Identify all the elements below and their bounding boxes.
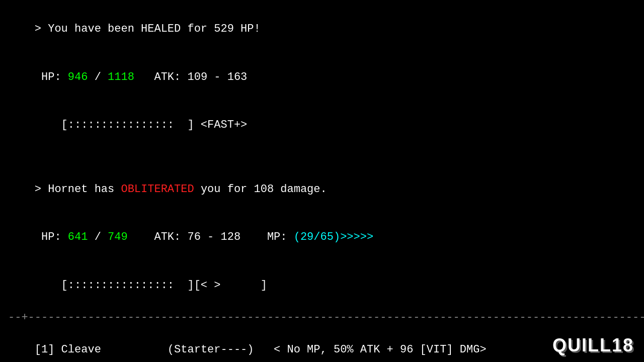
damage-message-line: > Hornet has OBLITERATED you for 108 dam…: [8, 165, 636, 214]
divider-top: --+-------------------------------------…: [8, 310, 636, 326]
hp-current-2: 641: [68, 231, 88, 243]
stats-line-1: HP: 946 / 1118 ATK: 109 - 163: [8, 53, 636, 102]
atk-label-1: ATK: 109 - 163: [134, 71, 247, 83]
prompt-1: >: [35, 23, 41, 35]
heal-message-line: > You have been HEALED for 529 HP!: [8, 5, 636, 53]
hp-bar-2: [:::::::::::::::: ][< > ]: [8, 261, 636, 310]
skill-1-type: (Starter----): [101, 343, 274, 356]
hp-label-2: HP:: [35, 231, 68, 243]
hp-sep-1: /: [88, 71, 108, 83]
skill-1-desc: < No MP, 50% ATK + 96 [VIT] DMG>: [274, 343, 486, 356]
spacer-1: [8, 149, 636, 165]
heal-message-text: You have been HEALED for 529 HP!: [41, 23, 261, 35]
hp-label-1: HP:: [35, 71, 68, 83]
hp-bar-display-1: [:::::::::::::::: ] <FAST+>: [35, 119, 247, 131]
hp-current-1: 946: [68, 71, 88, 83]
stats-line-2: HP: 641 / 749 ATK: 76 - 128 MP: (29/65)>…: [8, 214, 636, 262]
atk-label-2: ATK: 76 - 128: [128, 231, 240, 243]
obliterated-text: OBLITERATED: [121, 183, 194, 196]
damage-text-before: Hornet has: [41, 183, 121, 196]
damage-text-after: you for 108 damage.: [194, 183, 327, 196]
mp-label-2: MP:: [240, 231, 294, 243]
hp-sep-2: /: [88, 231, 108, 243]
hp-bar-display-2: [:::::::::::::::: ][< > ]: [35, 279, 267, 292]
game-screen: > You have been HEALED for 529 HP! HP: 9…: [0, 0, 644, 362]
branding-logo: QUILL18: [552, 335, 634, 356]
hp-max-1: 1118: [108, 71, 134, 83]
hp-bar-1: [:::::::::::::::: ] <FAST+>: [8, 101, 636, 149]
skill-1-num: [1]: [35, 343, 55, 356]
mp-value-2: (29/65)>>>>>: [294, 231, 373, 243]
prompt-2: >: [35, 183, 41, 196]
skill-1-name: Cleave: [54, 343, 101, 356]
skill-1-line[interactable]: [1] Cleave (Starter----) < No MP, 50% AT…: [8, 326, 636, 362]
hp-max-2: 749: [108, 231, 128, 243]
